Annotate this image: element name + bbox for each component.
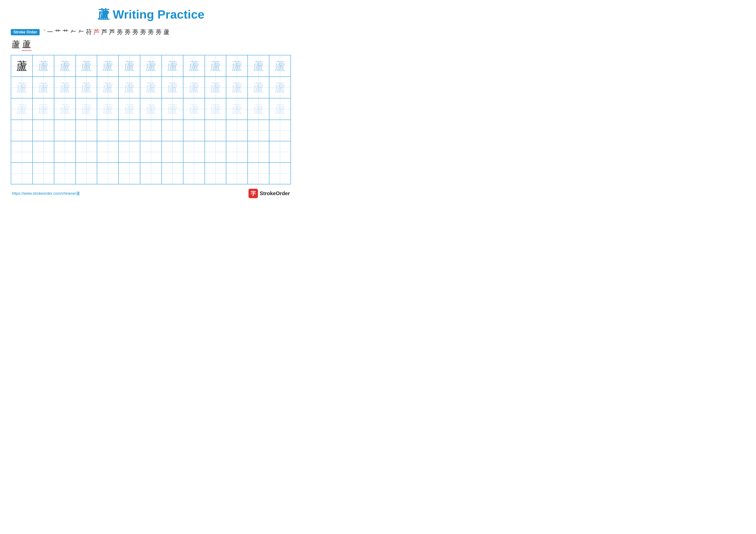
grid-cell-r5c11[interactable] xyxy=(248,163,269,184)
grid-cell-r5c0[interactable] xyxy=(11,163,33,184)
stroke-14: 蒡 xyxy=(139,28,147,36)
stroke-chars: ` 一 艹 艹 𠂉 𠂉 苻 芦 芦 芦 蒡 蒡 蒡 蒡 蒡 蒡 蘆 xyxy=(43,28,170,36)
grid-cell-r3c7[interactable] xyxy=(162,120,183,141)
footer-logo: 字 StrokeOrder xyxy=(249,189,290,198)
grid-cell-r5c6[interactable] xyxy=(140,163,162,184)
stroke-17: 蘆 xyxy=(163,28,170,36)
grid-cell-r0c0[interactable]: 蘆 xyxy=(11,55,33,77)
grid-cell-r1c7[interactable]: 蘆 xyxy=(162,77,183,98)
grid-cell-r1c11[interactable]: 蘆 xyxy=(248,77,269,98)
grid-cell-r5c10[interactable] xyxy=(226,163,248,184)
grid-cell-r2c5[interactable]: 蘆 xyxy=(119,98,140,120)
grid-cell-r1c8[interactable]: 蘆 xyxy=(183,77,205,98)
grid-cell-r2c0[interactable]: 蘆 xyxy=(11,98,33,120)
stroke-6: 𠂉 xyxy=(77,29,85,36)
grid-cell-r1c2[interactable]: 蘆 xyxy=(54,77,76,98)
grid-cell-r5c5[interactable] xyxy=(119,163,140,184)
grid-cell-r4c7[interactable] xyxy=(162,141,183,163)
footer-link[interactable]: https://www.strokeorder.com/chinese/蘆 xyxy=(12,191,80,196)
grid-cell-r0c11[interactable]: 蘆 xyxy=(248,55,269,77)
grid-cell-r3c9[interactable] xyxy=(205,120,226,141)
grid-cell-r4c1[interactable] xyxy=(33,141,54,163)
grid-cell-r2c6[interactable]: 蘆 xyxy=(140,98,162,120)
stroke-4: 艹 xyxy=(62,28,69,36)
grid-cell-r4c9[interactable] xyxy=(205,141,226,163)
grid-cell-r3c8[interactable] xyxy=(183,120,205,141)
stroke-5: 𠂉 xyxy=(69,29,77,36)
grid-cell-r4c11[interactable] xyxy=(248,141,269,163)
grid-cell-r0c5[interactable]: 蘆 xyxy=(119,55,140,77)
practice-grid: 蘆 蘆 蘆 蘆 蘆 蘆 蘆 蘆 蘆 蘆 蘆 蘆 蘆 蘆 蘆 蘆 蘆 蘆 蘆 蘆 … xyxy=(11,55,291,184)
grid-cell-r1c6[interactable]: 蘆 xyxy=(140,77,162,98)
grid-cell-r3c5[interactable] xyxy=(119,120,140,141)
grid-cell-r0c12[interactable]: 蘆 xyxy=(269,55,291,77)
grid-cell-r3c1[interactable] xyxy=(33,120,54,141)
grid-cell-r2c1[interactable]: 蘆 xyxy=(33,98,54,120)
grid-cell-r0c1[interactable]: 蘆 xyxy=(33,55,54,77)
grid-cell-r1c0[interactable]: 蘆 xyxy=(11,77,33,98)
grid-cell-r1c5[interactable]: 蘆 xyxy=(119,77,140,98)
grid-cell-r1c10[interactable]: 蘆 xyxy=(226,77,248,98)
grid-cell-r4c12[interactable] xyxy=(269,141,291,163)
grid-cell-r0c2[interactable]: 蘆 xyxy=(54,55,76,77)
grid-cell-r3c10[interactable] xyxy=(226,120,248,141)
grid-cell-r2c9[interactable]: 蘆 xyxy=(205,98,226,120)
grid-cell-r5c2[interactable] xyxy=(54,163,76,184)
grid-cell-r0c9[interactable]: 蘆 xyxy=(205,55,226,77)
grid-cell-r3c12[interactable] xyxy=(269,120,291,141)
grid-cell-r3c11[interactable] xyxy=(248,120,269,141)
grid-cell-r1c12[interactable]: 蘆 xyxy=(269,77,291,98)
grid-cell-r0c6[interactable]: 蘆 xyxy=(140,55,162,77)
grid-cell-r4c10[interactable] xyxy=(226,141,248,163)
grid-cell-r2c3[interactable]: 蘆 xyxy=(76,98,97,120)
grid-cell-r1c4[interactable]: 蘆 xyxy=(97,77,119,98)
stroke-13: 蒡 xyxy=(132,28,139,36)
grid-cell-r2c8[interactable]: 蘆 xyxy=(183,98,205,120)
title-char: 蘆 xyxy=(97,8,109,21)
grid-cell-r4c6[interactable] xyxy=(140,141,162,163)
grid-cell-r0c7[interactable]: 蘆 xyxy=(162,55,183,77)
title-text: Writing Practice xyxy=(109,8,204,21)
stroke-11: 蒡 xyxy=(116,28,123,36)
grid-cell-r3c4[interactable] xyxy=(97,120,119,141)
grid-cell-r5c1[interactable] xyxy=(33,163,54,184)
grid-cell-r0c4[interactable]: 蘆 xyxy=(97,55,119,77)
grid-cell-r3c3[interactable] xyxy=(76,120,97,141)
grid-cell-r5c8[interactable] xyxy=(183,163,205,184)
grid-cell-r3c6[interactable] xyxy=(140,120,162,141)
grid-cell-r4c5[interactable] xyxy=(119,141,140,163)
grid-cell-r0c10[interactable]: 蘆 xyxy=(226,55,248,77)
grid-cell-r2c12[interactable]: 蘆 xyxy=(269,98,291,120)
grid-cell-r3c0[interactable] xyxy=(11,120,33,141)
stroke-12: 蒡 xyxy=(124,28,131,36)
stroke-8: 芦 xyxy=(93,28,100,36)
stroke-order-section: Stroke Order ` 一 艹 艹 𠂉 𠂉 苻 芦 芦 芦 蒡 蒡 蒡 蒡… xyxy=(11,28,291,36)
stroke-r2-1: 蘆 xyxy=(11,38,21,50)
stroke-r2-2: 蘆 xyxy=(21,38,32,51)
grid-cell-r0c3[interactable]: 蘆 xyxy=(76,55,97,77)
strokeorder-icon: 字 xyxy=(249,189,258,198)
grid-cell-r2c7[interactable]: 蘆 xyxy=(162,98,183,120)
grid-cell-r2c11[interactable]: 蘆 xyxy=(248,98,269,120)
grid-cell-r0c8[interactable]: 蘆 xyxy=(183,55,205,77)
grid-cell-r1c9[interactable]: 蘆 xyxy=(205,77,226,98)
grid-cell-r5c12[interactable] xyxy=(269,163,291,184)
grid-cell-r2c10[interactable]: 蘆 xyxy=(226,98,248,120)
grid-cell-r1c3[interactable]: 蘆 xyxy=(76,77,97,98)
grid-cell-r1c1[interactable]: 蘆 xyxy=(33,77,54,98)
grid-cell-r4c4[interactable] xyxy=(97,141,119,163)
grid-cell-r2c4[interactable]: 蘆 xyxy=(97,98,119,120)
grid-cell-r5c9[interactable] xyxy=(205,163,226,184)
stroke-10: 芦 xyxy=(108,28,116,36)
grid-cell-r4c0[interactable] xyxy=(11,141,33,163)
grid-cell-r5c4[interactable] xyxy=(97,163,119,184)
grid-cell-r2c2[interactable]: 蘆 xyxy=(54,98,76,120)
grid-cell-r4c2[interactable] xyxy=(54,141,76,163)
grid-cell-r5c7[interactable] xyxy=(162,163,183,184)
practice-char: 蘆 xyxy=(16,60,27,71)
grid-cell-r4c8[interactable] xyxy=(183,141,205,163)
grid-cell-r5c3[interactable] xyxy=(76,163,97,184)
grid-cell-r4c3[interactable] xyxy=(76,141,97,163)
stroke-order-row2: 蘆 蘆 xyxy=(11,38,291,51)
grid-cell-r3c2[interactable] xyxy=(54,120,76,141)
